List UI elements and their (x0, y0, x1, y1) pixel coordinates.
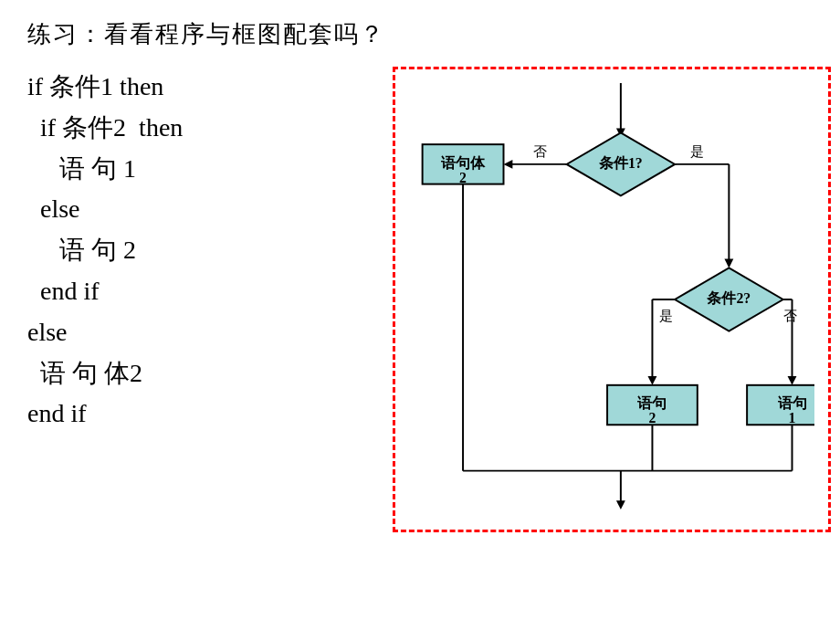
stmt2-label: 语句 (637, 395, 667, 411)
code-line-7: else (27, 312, 374, 353)
stmtbody2-label: 语句体 (441, 155, 486, 171)
page-title: 练习：看看程序与框图配套吗？ (27, 18, 813, 50)
label-no-1: 否 (533, 144, 547, 159)
code-line-8: 语 句 体2 (27, 353, 374, 394)
code-line-9: end if (27, 394, 374, 435)
content-area: if 条件1 then if 条件2 then 语 句 1 else 语 句 2… (27, 67, 813, 532)
svg-marker-18 (616, 500, 625, 509)
code-line-5: 语 句 2 (27, 230, 374, 271)
code-line-6: end if (27, 271, 374, 312)
svg-marker-3 (504, 160, 513, 169)
flowchart-container: 条件1? 否 语句体 2 是 条件2? (393, 67, 831, 532)
svg-marker-9 (648, 376, 657, 385)
code-line-1: if 条件1 then (27, 67, 374, 108)
flowchart-svg: 条件1? 否 语句体 2 是 条件2? (409, 83, 814, 516)
label-yes-1: 是 (690, 144, 704, 159)
code-line-3: 语 句 1 (27, 149, 374, 190)
condition1-label: 条件1? (598, 155, 643, 171)
svg-marker-12 (788, 376, 797, 385)
code-line-4: else (27, 189, 374, 230)
stmtbody2-label2: 2 (459, 170, 467, 185)
condition2-label: 条件2? (706, 290, 751, 306)
stmt1-label2: 1 (789, 410, 796, 425)
stmt2-label2: 2 (648, 410, 656, 425)
code-block: if 条件1 then if 条件2 then 语 句 1 else 语 句 2… (27, 67, 374, 435)
svg-marker-6 (724, 259, 733, 268)
page-container: 练习：看看程序与框图配套吗？ if 条件1 then if 条件2 then 语… (0, 0, 840, 630)
code-line-2: if 条件2 then (27, 108, 374, 149)
label-no-2: 否 (783, 309, 797, 323)
stmt1-label: 语句 (778, 395, 807, 411)
label-yes-2: 是 (659, 309, 673, 323)
